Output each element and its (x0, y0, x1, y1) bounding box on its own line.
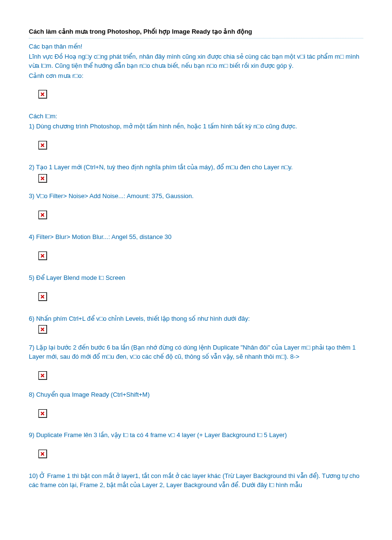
broken-image-icon (38, 450, 47, 458)
intro-line-2: Lĩnh vực Đồ Hoạ ng□y c□ng phát triển, nh… (29, 52, 363, 71)
broken-image-icon (38, 325, 47, 334)
step-9: 9) Duplicate Frame lên 3 lần, vậy l□ ta … (29, 431, 363, 440)
intro-line-1: Các bạn thân mến! (29, 42, 363, 51)
step-4: 4) Filter> Blur> Motion Blur...: Angel 5… (29, 233, 363, 242)
step-5: 5) Để Layer Blend mode l□ Screen (29, 274, 363, 283)
content-body: Các bạn thân mến! Lĩnh vực Đồ Hoạ ng□y c… (29, 42, 363, 490)
step-10: 10) Ở Frame 1 thì bật con mắt ở layer1, … (29, 472, 363, 490)
divider (29, 38, 363, 38)
broken-image-icon (38, 292, 47, 301)
step-3: 3) V□o Filter> Noise> Add Noise...: Amou… (29, 192, 363, 201)
step-1: 1) Dùng chương trình Photoshop, mở một t… (29, 122, 363, 131)
broken-image-icon (38, 251, 47, 260)
page-title: Cách làm cảnh mưa trong Photoshop, Phối … (29, 28, 363, 35)
broken-image-icon (38, 174, 47, 183)
intro-line-3: Cảnh cơn mưa r□o: (29, 72, 363, 81)
step-2: 2) Tạo 1 Layer mới (Ctrl+N, tuỳ theo địn… (29, 163, 363, 172)
how-to-label: Cách l□m: (29, 112, 363, 121)
broken-image-icon (38, 90, 47, 99)
step-7: 7) Lặp lại bước 2 đến bước 6 ba lần (Bạn… (29, 343, 363, 362)
document-page: Cách làm cảnh mưa trong Photoshop, Phối … (0, 0, 392, 520)
step-8: 8) Chuyển qua Image Ready (Ctrl+Shift+M) (29, 390, 363, 400)
broken-image-icon (38, 409, 47, 418)
broken-image-icon (38, 371, 47, 380)
broken-image-icon (38, 211, 47, 219)
step-6: 6) Nhấn phím Ctrl+L để v□o chỉnh Levels,… (29, 314, 363, 324)
broken-image-icon (38, 141, 47, 150)
